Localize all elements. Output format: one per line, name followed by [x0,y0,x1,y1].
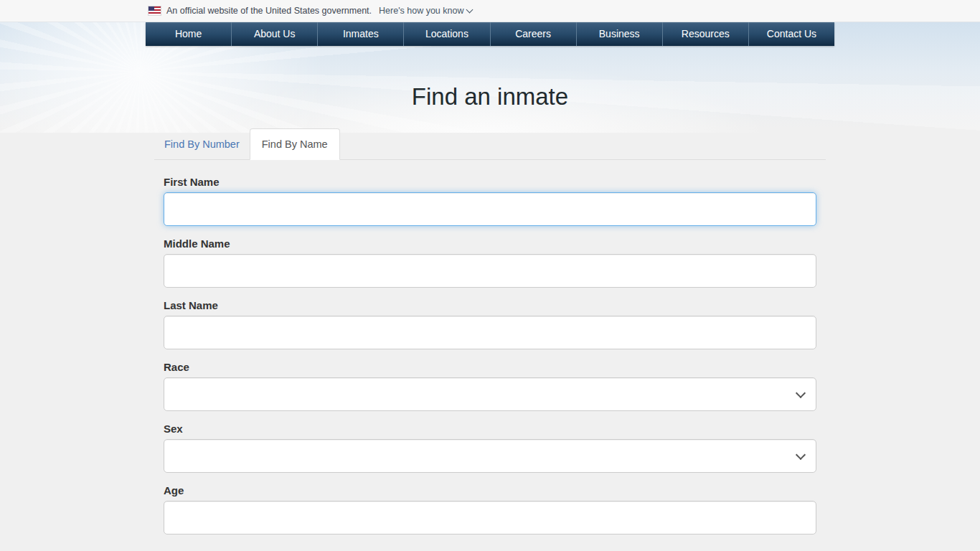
gov-banner: An official website of the United States… [0,0,980,22]
nav-item-business[interactable]: Business [577,22,663,46]
nav-item-about-us[interactable]: About Us [232,22,318,46]
age-label: Age [164,485,816,496]
heres-how-you-know-link[interactable]: Here's how you know [379,6,472,16]
middle-name-form-group: Middle Name [164,238,816,288]
inmate-search-form: First NameMiddle NameLast NameRaceSexAge… [164,160,816,551]
chevron-down-icon [466,6,473,14]
gov-banner-text: An official website of the United States… [166,6,372,16]
middle-name-label: Middle Name [164,238,816,249]
form-fields: First NameMiddle NameLast NameRaceSexAge [164,176,816,534]
first-name-input[interactable] [164,192,816,226]
main-nav: HomeAbout UsInmatesLocationsCareersBusin… [146,22,834,46]
last-name-input[interactable] [164,316,816,349]
nav-item-contact-us[interactable]: Contact Us [749,22,834,46]
gov-banner-inner: An official website of the United States… [146,0,834,22]
sex-select-wrap [164,439,816,473]
age-form-group: Age [164,485,816,534]
nav-item-careers[interactable]: Careers [491,22,577,46]
page: An official website of the United States… [0,0,980,551]
nav-item-inmates[interactable]: Inmates [318,22,404,46]
sex-select[interactable] [164,439,816,473]
middle-name-input[interactable] [164,254,816,288]
race-select-wrap [164,377,816,411]
nav-item-resources[interactable]: Resources [663,22,749,46]
last-name-form-group: Last Name [164,300,816,349]
tab-find-by-number[interactable]: Find By Number [154,129,250,159]
nav-item-home[interactable]: Home [146,22,232,46]
nav-item-locations[interactable]: Locations [404,22,490,46]
sex-label: Sex [164,423,816,434]
tabs-bar: Find By Number Find By Name [154,128,826,160]
age-input[interactable] [164,501,816,534]
first-name-label: First Name [164,176,816,187]
us-flag-icon [149,6,161,15]
sex-form-group: Sex [164,423,816,473]
tab-find-by-name[interactable]: Find By Name [250,128,340,160]
race-label: Race [164,362,816,372]
page-title: Find an inmate [0,82,980,112]
race-form-group: Race [164,362,816,411]
first-name-form-group: First Name [164,176,816,226]
page-content: Find an inmate Find By Number Find By Na… [0,46,980,551]
last-name-label: Last Name [164,300,816,311]
heres-how-you-know-label: Here's how you know [379,6,463,16]
race-select[interactable] [164,377,816,411]
